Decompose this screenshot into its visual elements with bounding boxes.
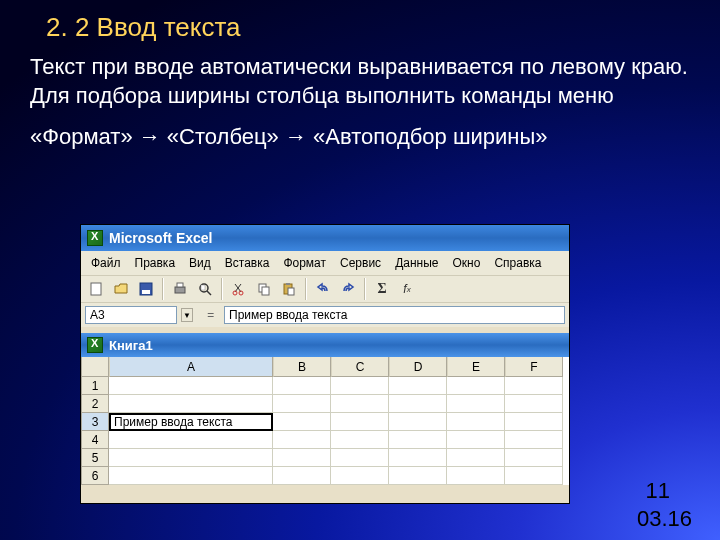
menu-path: «Формат» → «Столбец» → «Автоподбор ширин… — [0, 110, 720, 150]
cell-A1[interactable] — [109, 377, 273, 395]
separator — [221, 278, 223, 300]
row-header-2[interactable]: 2 — [81, 395, 109, 413]
col-header-D[interactable]: D — [389, 357, 447, 377]
cell-C6[interactable] — [331, 467, 389, 485]
row-header-5[interactable]: 5 — [81, 449, 109, 467]
copy-icon[interactable] — [253, 278, 275, 300]
formula-equals: = — [197, 308, 220, 322]
cut-icon[interactable] — [228, 278, 250, 300]
cell-F6[interactable] — [505, 467, 563, 485]
menu-tools[interactable]: Сервис — [334, 254, 387, 272]
menu-edit[interactable]: Правка — [129, 254, 182, 272]
print-icon[interactable] — [169, 278, 191, 300]
table-row: 1 — [81, 377, 569, 395]
name-box-value: A3 — [90, 308, 105, 322]
col-header-C[interactable]: C — [331, 357, 389, 377]
page-number: 11 — [646, 478, 670, 504]
svg-rect-3 — [175, 287, 185, 293]
col-header-B[interactable]: B — [273, 357, 331, 377]
svg-rect-2 — [142, 290, 150, 294]
cell-D1[interactable] — [389, 377, 447, 395]
cell-F5[interactable] — [505, 449, 563, 467]
cell-F3[interactable] — [505, 413, 563, 431]
menu-format[interactable]: Формат — [277, 254, 332, 272]
cell-A6[interactable] — [109, 467, 273, 485]
formula-value: Пример ввода текста — [229, 308, 347, 322]
undo-icon[interactable] — [312, 278, 334, 300]
redo-icon[interactable] — [337, 278, 359, 300]
cell-E4[interactable] — [447, 431, 505, 449]
app-title: Microsoft Excel — [109, 230, 212, 246]
excel-screenshot: Microsoft Excel Файл Правка Вид Вставка … — [80, 224, 570, 504]
select-all-corner[interactable] — [81, 357, 109, 377]
name-box[interactable]: A3 — [85, 306, 177, 324]
separator — [162, 278, 164, 300]
sum-icon[interactable]: Σ — [371, 278, 393, 300]
cell-C5[interactable] — [331, 449, 389, 467]
cell-A2[interactable] — [109, 395, 273, 413]
cell-C3[interactable] — [331, 413, 389, 431]
open-icon[interactable] — [110, 278, 132, 300]
cell-B2[interactable] — [273, 395, 331, 413]
slide-title: 2. 2 Ввод текста — [0, 0, 720, 43]
cell-F1[interactable] — [505, 377, 563, 395]
cell-A3[interactable]: Пример ввода текста — [109, 413, 273, 431]
table-row: 5 — [81, 449, 569, 467]
cell-D5[interactable] — [389, 449, 447, 467]
menu-help[interactable]: Справка — [488, 254, 547, 272]
workbook-titlebar: Книга1 — [81, 333, 569, 357]
cell-E6[interactable] — [447, 467, 505, 485]
svg-rect-15 — [286, 283, 290, 285]
cell-B5[interactable] — [273, 449, 331, 467]
menu-window[interactable]: Окно — [446, 254, 486, 272]
col-header-A[interactable]: A — [109, 357, 273, 377]
menu-data[interactable]: Данные — [389, 254, 444, 272]
excel-icon — [87, 230, 103, 246]
paste-icon[interactable] — [278, 278, 300, 300]
cell-A4[interactable] — [109, 431, 273, 449]
svg-rect-13 — [262, 287, 269, 295]
cell-F2[interactable] — [505, 395, 563, 413]
cell-D6[interactable] — [389, 467, 447, 485]
table-row: 6 — [81, 467, 569, 485]
workbook-title: Книга1 — [109, 338, 153, 353]
cell-E2[interactable] — [447, 395, 505, 413]
cell-D3[interactable] — [389, 413, 447, 431]
cell-A5[interactable] — [109, 449, 273, 467]
formula-input[interactable]: Пример ввода текста — [224, 306, 565, 324]
slide-paragraph: Текст при вводе автоматически выравнивае… — [0, 43, 720, 110]
row-header-4[interactable]: 4 — [81, 431, 109, 449]
cell-E1[interactable] — [447, 377, 505, 395]
cell-B6[interactable] — [273, 467, 331, 485]
cell-C4[interactable] — [331, 431, 389, 449]
cell-B3[interactable] — [273, 413, 331, 431]
cell-C2[interactable] — [331, 395, 389, 413]
cell-E3[interactable] — [447, 413, 505, 431]
svg-rect-4 — [177, 283, 183, 287]
col-header-F[interactable]: F — [505, 357, 563, 377]
page-date: 03.16 — [637, 506, 692, 532]
svg-line-6 — [207, 291, 211, 295]
cell-F4[interactable] — [505, 431, 563, 449]
row-header-3[interactable]: 3 — [81, 413, 109, 431]
save-icon[interactable] — [135, 278, 157, 300]
cell-E5[interactable] — [447, 449, 505, 467]
cell-B1[interactable] — [273, 377, 331, 395]
svg-rect-16 — [288, 288, 294, 295]
new-icon[interactable] — [85, 278, 107, 300]
cell-B4[interactable] — [273, 431, 331, 449]
row-header-1[interactable]: 1 — [81, 377, 109, 395]
cell-D2[interactable] — [389, 395, 447, 413]
row-header-6[interactable]: 6 — [81, 467, 109, 485]
separator — [364, 278, 366, 300]
fx-icon[interactable]: fx — [396, 278, 418, 300]
toolbar: Σ fx — [81, 275, 569, 303]
menu-file[interactable]: Файл — [85, 254, 127, 272]
menu-view[interactable]: Вид — [183, 254, 217, 272]
preview-icon[interactable] — [194, 278, 216, 300]
cell-C1[interactable] — [331, 377, 389, 395]
cell-D4[interactable] — [389, 431, 447, 449]
menu-insert[interactable]: Вставка — [219, 254, 276, 272]
col-header-E[interactable]: E — [447, 357, 505, 377]
dropdown-arrow-icon[interactable]: ▼ — [181, 308, 193, 322]
